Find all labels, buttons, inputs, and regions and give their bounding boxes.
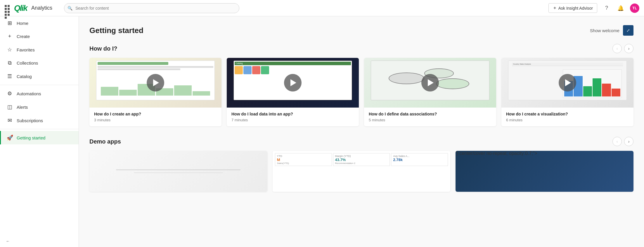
sidebar-item-home[interactable]: ⊞ Home xyxy=(0,16,79,30)
video-duration-2: 7 minutes xyxy=(231,118,354,122)
search-icon: 🔍 xyxy=(67,6,72,11)
search-input[interactable] xyxy=(64,3,239,13)
expand-icon: ⤢ xyxy=(626,28,630,33)
sidebar-item-catalog[interactable]: ☰ Catalog xyxy=(0,70,79,83)
play-btn-3[interactable] xyxy=(421,74,439,91)
video-duration-1: 3 minutes xyxy=(94,118,217,122)
insight-btn-label: Ask Insight Advisor xyxy=(558,6,593,11)
topbar-right: ✦ Ask Insight Advisor ? 🔔 TL xyxy=(548,3,639,13)
demo-apps-section-header: Demo apps ‹ › xyxy=(89,137,633,146)
video-info-2: How do I load data into an app? 7 minute… xyxy=(227,108,359,126)
show-welcome-link[interactable]: Show welcome xyxy=(590,28,619,33)
user-avatar[interactable]: TL xyxy=(630,4,639,13)
demo-card-3[interactable]: ') center/cover no-repeat; opacity:0.7;"… xyxy=(456,151,633,192)
sparkle-icon: ✦ xyxy=(553,5,557,11)
grid-menu-icon[interactable] xyxy=(5,5,11,11)
sidebar-label-getting-started: Getting started xyxy=(17,135,45,140)
play-btn-2[interactable] xyxy=(284,74,302,91)
demo-card-content-2: YTD M Sales(YTD) Margin (YTD) 43.7% Reco… xyxy=(273,151,451,192)
topbar-left: Qlik Analytics xyxy=(5,4,52,13)
expand-button[interactable]: ⤢ xyxy=(623,25,633,36)
sidebar-item-getting-started[interactable]: 🚀 Getting started xyxy=(0,131,79,144)
demo-cards-row: YTD M Sales(YTD) Margin (YTD) 43.7% Reco… xyxy=(89,151,633,192)
video-thumbnail-2: Catalog xyxy=(227,58,359,108)
home-icon: ⊞ xyxy=(7,20,13,26)
sidebar-label-subscriptions: Subscriptions xyxy=(17,118,43,123)
how-do-i-next-button[interactable]: › xyxy=(624,44,633,53)
how-do-i-section-header: How do I? ‹ › xyxy=(89,44,633,53)
video-card-load-data[interactable]: Catalog How do I load data into an app? xyxy=(227,58,359,126)
page-title: Getting started xyxy=(89,26,143,35)
sidebar-item-create[interactable]: + Create xyxy=(0,30,79,43)
create-icon: + xyxy=(7,33,13,39)
header-right: Show welcome ⤢ xyxy=(590,25,633,36)
metric-margin: Margin (YTD) 43.7% Recommendation 2 xyxy=(333,153,390,166)
play-btn-4[interactable] xyxy=(559,74,576,91)
video-thumbnail-1 xyxy=(89,58,221,108)
demo-apps-nav-arrows: ‹ › xyxy=(612,137,633,146)
alerts-icon: ◫ xyxy=(7,104,13,110)
video-title-4: How do I create a visualization? xyxy=(506,112,629,116)
favorites-icon: ☆ xyxy=(7,46,13,53)
sidebar-label-collections: Collections xyxy=(17,61,38,65)
sidebar-label-alerts: Alerts xyxy=(17,105,28,110)
getting-started-header: Getting started Show welcome ⤢ xyxy=(89,25,633,36)
sidebar-item-automations[interactable]: ⚙ Automations xyxy=(0,87,79,100)
play-btn-1[interactable] xyxy=(147,74,164,91)
video-title-3: How do I define data associations? xyxy=(369,112,491,116)
collections-icon: ⧉ xyxy=(7,60,13,66)
video-info-1: How do I create an app? 3 minutes xyxy=(89,108,221,126)
collapse-icon: ← xyxy=(6,239,10,243)
insight-advisor-button[interactable]: ✦ Ask Insight Advisor xyxy=(548,3,597,13)
how-do-i-title: How do I? xyxy=(89,45,117,52)
video-title-2: How do I load data into an app? xyxy=(231,112,354,116)
video-card-create-app[interactable]: How do I create an app? 3 minutes xyxy=(89,58,221,126)
help-button[interactable]: ? xyxy=(602,4,611,13)
how-do-i-nav-arrows: ‹ › xyxy=(612,44,633,53)
sidebar-label-create: Create xyxy=(17,34,30,39)
sidebar-item-alerts[interactable]: ◫ Alerts xyxy=(0,100,79,114)
subscriptions-icon: ✉ xyxy=(7,117,13,124)
automations-icon: ⚙ xyxy=(7,90,13,97)
sidebar-label-automations: Automations xyxy=(17,91,41,96)
sidebar-item-collections[interactable]: ⧉ Collections xyxy=(0,56,79,70)
video-info-4: How do I create a visualization? 6 minut… xyxy=(501,108,633,126)
demo-card-content-3: ') center/cover no-repeat; opacity:0.7;"… xyxy=(456,151,633,192)
metric-ytd: YTD M Sales(YTD) xyxy=(275,153,332,166)
metric-avg-sales: Avg Sales A... 2.78k xyxy=(391,153,448,166)
video-duration-3: 5 minutes xyxy=(369,118,491,122)
sidebar-label-home: Home xyxy=(17,21,28,26)
sidebar-label-catalog: Catalog xyxy=(17,74,32,79)
video-thumbnail-4: Country Sales Analysis xyxy=(501,58,633,108)
sidebar-item-subscriptions[interactable]: ✉ Subscriptions xyxy=(0,114,79,127)
topbar: Qlik Analytics 🔍 ✦ Ask Insight Advisor ?… xyxy=(0,0,644,16)
video-thumbnail-3 xyxy=(364,58,496,108)
demo-apps-title: Demo apps xyxy=(89,138,121,145)
video-card-create-viz[interactable]: Country Sales Analysis xyxy=(501,58,633,126)
notifications-button[interactable]: 🔔 xyxy=(616,4,625,13)
video-card-data-associations[interactable]: How do I define data associations? 5 min… xyxy=(364,58,496,126)
demo-apps-prev-button[interactable]: ‹ xyxy=(612,137,622,146)
sidebar-label-favorites: Favorites xyxy=(17,47,35,52)
sidebar: ⊞ Home + Create ☆ Favorites ⧉ Collection… xyxy=(0,16,79,247)
sidebar-item-favorites[interactable]: ☆ Favorites xyxy=(0,43,79,56)
sidebar-divider xyxy=(0,85,79,85)
search-bar-container: 🔍 xyxy=(64,3,239,13)
video-title-1: How do I create an app? xyxy=(94,112,217,116)
demo-card-2[interactable]: YTD M Sales(YTD) Margin (YTD) 43.7% Reco… xyxy=(273,151,451,192)
video-duration-4: 6 minutes xyxy=(506,118,629,122)
video-cards-row: How do I create an app? 3 minutes Catalo… xyxy=(89,58,633,126)
demo-card-content-1 xyxy=(89,151,267,192)
video-info-3: How do I define data associations? 5 min… xyxy=(364,108,496,126)
sidebar-divider-2 xyxy=(0,129,79,129)
layout: ⊞ Home + Create ☆ Favorites ⧉ Collection… xyxy=(0,16,644,247)
how-do-i-prev-button[interactable]: ‹ xyxy=(612,44,622,53)
app-name: Analytics xyxy=(31,5,52,11)
getting-started-icon: 🚀 xyxy=(7,134,13,141)
demo-apps-next-button[interactable]: › xyxy=(624,137,633,146)
qlik-logo: Qlik xyxy=(14,4,27,13)
demo-card-1[interactable] xyxy=(89,151,267,192)
main-content: Getting started Show welcome ⤢ How do I?… xyxy=(79,16,644,247)
sidebar-collapse-button[interactable]: ← xyxy=(0,235,79,247)
catalog-icon: ☰ xyxy=(7,73,13,80)
